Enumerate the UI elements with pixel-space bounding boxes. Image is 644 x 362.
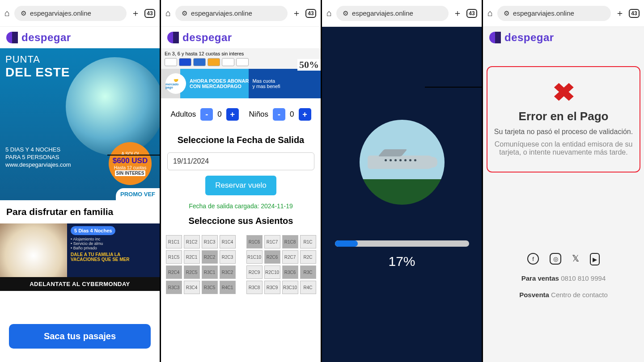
seats-heading: Seleccione sus Asientos: [161, 211, 321, 231]
hero-image: [66, 57, 161, 156]
youtube-icon[interactable]: ▸: [590, 253, 600, 265]
seat-R4C[interactable]: R4C: [300, 281, 316, 294]
url-bar[interactable]: ⚙espegarviajes.online: [336, 6, 449, 21]
installments-banner: En 3, 6 y hasta 12 cuotas sin interes: [161, 48, 321, 69]
seat-R1C7[interactable]: R1C7: [264, 235, 280, 248]
seat-R2C7[interactable]: R2C7: [282, 250, 298, 264]
new-tab-icon[interactable]: ＋: [615, 7, 624, 19]
family-photo: [0, 223, 67, 277]
new-tab-icon[interactable]: ＋: [292, 7, 301, 19]
seat-R3C9[interactable]: R3C9: [264, 281, 280, 294]
seat-R2C5[interactable]: R2C5: [184, 265, 200, 279]
seat-R1C6[interactable]: R1C6: [246, 235, 263, 248]
kids-label: Niños: [249, 110, 268, 119]
reserve-button[interactable]: Reservar vuelo: [205, 176, 276, 195]
new-tab-icon[interactable]: ＋: [453, 7, 462, 19]
home-icon[interactable]: ⌂: [487, 8, 493, 18]
plane-illustration: [360, 120, 445, 205]
seat-R2C3[interactable]: R2C3: [220, 250, 236, 264]
hero-sub: 5 DIAS Y 4 NOCHES PARA 5 PERSONAS www.de…: [5, 146, 71, 169]
seat-R3C10[interactable]: R3C10: [282, 281, 298, 294]
date-input[interactable]: 19/11/2024: [167, 152, 314, 170]
seat-R2C9[interactable]: R2C9: [246, 265, 263, 279]
brand-logo[interactable]: despegar: [0, 27, 160, 48]
adults-plus[interactable]: +: [226, 108, 239, 121]
seat-R1C3[interactable]: R1C3: [202, 235, 218, 248]
kids-value: 0: [290, 110, 294, 119]
brand-logo[interactable]: despegar: [161, 27, 321, 48]
error-card: ✖ Error en el Pago Su tarjeta no pasó el…: [487, 66, 640, 173]
family-promo-card[interactable]: 5 Dias 4 Noches • Alojamiento inc • Serv…: [0, 223, 160, 277]
tab-count-badge[interactable]: 43: [629, 9, 640, 18]
browser-bar: ⌂ ⚙espegarviajes.online ＋ 43: [322, 0, 482, 27]
adults-label: Adultos: [170, 110, 196, 119]
seat-R1C10[interactable]: R1C10: [246, 250, 263, 264]
seat-R3C6[interactable]: R3C6: [282, 265, 298, 279]
seat-R1C1[interactable]: R1C1: [166, 235, 182, 248]
cyber-strip: ADELANTATE AL CYBERMONDAY: [0, 277, 160, 291]
seat-R3C8[interactable]: R3C8: [246, 281, 263, 294]
seat-R1C5[interactable]: R1C5: [166, 250, 182, 264]
seat-R3C1[interactable]: R3C1: [202, 265, 218, 279]
new-tab-icon[interactable]: ＋: [131, 7, 140, 19]
promo-strip: PROMO VEF: [116, 188, 160, 200]
flow-arrow-1: [107, 155, 161, 156]
progress-bar: [335, 240, 469, 247]
seat-R2C10[interactable]: R2C10: [264, 265, 280, 279]
price-badge: A SOLO! $600 USD Hasta 12 cuotas SIN INT…: [109, 142, 152, 185]
home-icon[interactable]: ⌂: [165, 8, 171, 18]
social-icons: f ◎ 𝕏 ▸: [483, 253, 644, 265]
browser-bar: ⌂ ⚙espegarviajes.online ＋ 43: [161, 0, 321, 27]
url-bar[interactable]: ⚙espegarviajes.online: [175, 6, 288, 21]
tab-count-badge[interactable]: 43: [305, 9, 316, 18]
seat-R2C1[interactable]: R2C1: [184, 250, 200, 264]
seat-R3C3[interactable]: R3C3: [166, 281, 182, 294]
seat-R2C2[interactable]: R2C2: [202, 250, 218, 264]
error-title: Error en el Pago: [494, 109, 633, 123]
browser-bar: ⌂ ⚙espegarviajes.online ＋ 43: [0, 0, 160, 27]
twitter-icon[interactable]: 𝕏: [572, 253, 579, 265]
home-icon[interactable]: ⌂: [326, 8, 332, 18]
tab-count-badge[interactable]: 43: [466, 9, 477, 18]
seat-R1C[interactable]: R1C: [300, 235, 316, 248]
seat-R2C[interactable]: R2C: [300, 250, 316, 264]
adults-value: 0: [217, 110, 221, 119]
logo-icon: [6, 32, 18, 43]
error-x-icon: ✖: [552, 78, 575, 107]
seat-R3C[interactable]: R3C: [300, 265, 316, 279]
seat-R3C4[interactable]: R3C4: [184, 281, 200, 294]
adults-minus[interactable]: -: [200, 108, 213, 121]
sales-contact: Para ventas 0810 810 9994: [483, 274, 644, 282]
seat-grid-left: R1C1R1C2R1C3R1C4R1C5R2C1R2C2R2C3R2C4R2C5…: [166, 235, 236, 294]
seat-R1C8[interactable]: R1C8: [282, 235, 298, 248]
logo-icon: [167, 32, 179, 43]
brand-logo[interactable]: despegar: [483, 27, 644, 48]
url-bar[interactable]: ⚙espegarviajes.online: [497, 6, 611, 21]
fifty-off: 50%: [297, 59, 321, 71]
progress-percent: 17%: [388, 254, 415, 269]
home-icon[interactable]: ⌂: [4, 8, 10, 18]
date-confirm: Fecha de salida cargada: 2024-11-19: [161, 201, 321, 211]
seat-R4C1[interactable]: R4C1: [220, 281, 236, 294]
seat-R3C2[interactable]: R3C2: [220, 265, 236, 279]
seat-R3C5[interactable]: R3C5: [202, 281, 218, 294]
seat-R2C6[interactable]: R2C6: [264, 250, 280, 264]
cta-button[interactable]: Saca tus pasajes: [9, 324, 151, 349]
seat-grid-right: R1C6R1C7R1C8R1CR1C10R2C6R2C7R2CR2C9R2C10…: [246, 235, 316, 294]
facebook-icon[interactable]: f: [527, 253, 539, 265]
error-msg-1: Su tarjeta no pasó el proceso de validac…: [494, 128, 633, 136]
loading-screen: 17%: [322, 27, 482, 362]
kids-minus[interactable]: -: [273, 108, 285, 121]
url-bar[interactable]: ⚙espegarviajes.online: [14, 6, 127, 21]
postsale-contact: Posventa Centro de contacto: [483, 291, 644, 299]
instagram-icon[interactable]: ◎: [550, 253, 561, 265]
mercadopago-banner: 🤝mercado pago AHORA PODES ABONAR CON MER…: [161, 69, 321, 98]
seat-R1C4[interactable]: R1C4: [220, 235, 236, 248]
tab-count-badge[interactable]: 43: [144, 9, 155, 18]
kids-plus[interactable]: +: [299, 108, 311, 121]
seat-R2C4[interactable]: R2C4: [166, 265, 182, 279]
error-msg-2: Comuníquese con la entidad emisora de su…: [494, 140, 633, 156]
seat-R1C2[interactable]: R1C2: [184, 235, 200, 248]
hero-banner: PUNTADEL ESTE A SOLO! $600 USD Hasta 12 …: [0, 48, 160, 200]
browser-bar: ⌂ ⚙espegarviajes.online ＋ 43: [483, 0, 644, 27]
